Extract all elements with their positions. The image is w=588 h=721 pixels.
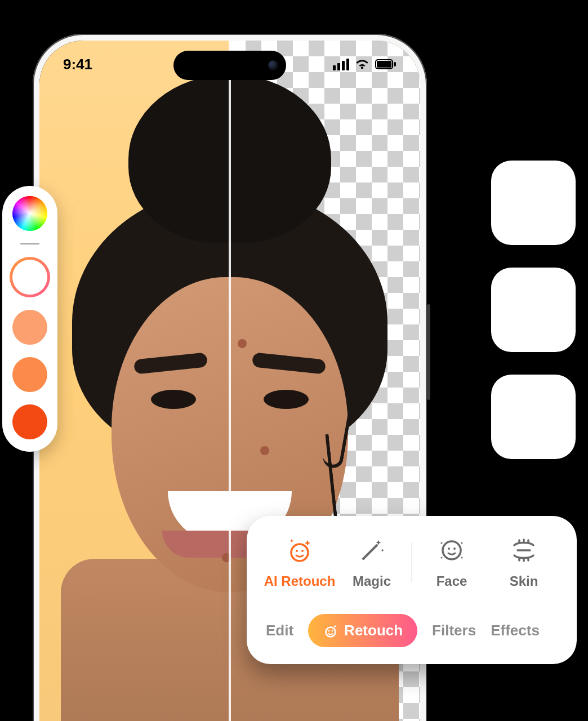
svg-point-3 [291,544,308,561]
svg-rect-1 [377,61,391,68]
tool-divider [411,542,412,582]
svg-point-4 [296,550,298,552]
camera-dot [268,60,278,70]
retouch-pill-icon [323,623,338,639]
ai-retouch-icon [285,535,314,566]
svg-point-22 [332,630,333,631]
tool-row: AI Retouch Magic [264,535,560,589]
signal-icon [333,59,349,70]
status-time: 9:41 [63,56,92,73]
color-swatch-1[interactable] [12,310,47,345]
svg-point-12 [461,557,462,558]
svg-point-11 [461,542,462,544]
tab-retouch[interactable]: Retouch [308,614,417,647]
svg-point-9 [440,542,442,544]
tool-label: Skin [510,573,538,589]
side-cards [491,161,576,459]
battery-icon [375,59,397,69]
side-card-3[interactable] [491,375,576,459]
tool-label: AI Retouch [264,573,336,589]
color-swatch-2[interactable] [12,357,47,392]
color-wheel-picker[interactable] [12,196,47,231]
before-after-divider[interactable] [229,41,231,721]
tool-label: Magic [353,573,391,589]
tab-row: Edit Retouch Filters Effects [264,614,560,647]
svg-point-21 [328,630,330,631]
side-card-2[interactable] [491,268,576,352]
phone-side-button [427,304,430,400]
tab-retouch-label: Retouch [344,622,403,639]
tool-magic[interactable]: Magic [336,535,408,589]
color-palette [2,186,57,452]
tools-panel: AI Retouch Magic [247,516,577,664]
dynamic-island [173,51,286,80]
tab-filters[interactable]: Filters [432,622,476,639]
wifi-icon [355,59,369,70]
tab-edit[interactable]: Edit [266,622,293,639]
tool-skin[interactable]: Skin [488,535,560,589]
magic-wand-icon [358,535,386,566]
svg-point-7 [448,548,450,550]
tool-ai-retouch[interactable]: AI Retouch [264,535,336,589]
color-swatch-3[interactable] [12,404,47,439]
palette-separator [20,243,39,244]
tool-face[interactable]: Face [416,535,488,589]
svg-point-10 [440,557,442,558]
svg-point-8 [453,548,456,550]
svg-point-20 [326,627,336,637]
side-card-1[interactable] [491,161,576,245]
face-icon [438,535,466,566]
skin-icon [510,535,538,566]
tab-effects[interactable]: Effects [491,622,540,639]
svg-rect-2 [394,62,396,66]
tool-label: Face [436,573,467,589]
selected-color-ring[interactable] [10,257,50,297]
svg-point-6 [443,541,461,559]
svg-point-5 [301,550,304,552]
